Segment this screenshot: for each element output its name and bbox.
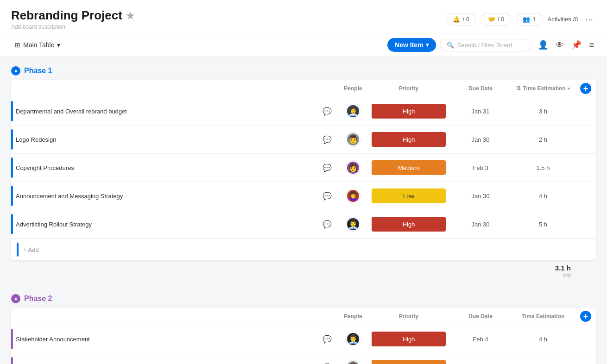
task-name-p1: Stakeholder Announcement [16, 336, 320, 343]
phase1-summary-block: 3.1 h avg [555, 264, 571, 277]
col-header-priority-p1: Priority [367, 83, 450, 94]
due-date-r3: Feb 3 [450, 164, 511, 171]
activities-label: Activities /0 [548, 16, 578, 23]
priority-badge-p2: Medium [372, 360, 446, 364]
avatar-cell-r5[interactable]: 👨‍💼 [339, 217, 367, 231]
add-row-p1[interactable]: + Add [11, 238, 596, 260]
add-row-label-p1: + Add [23, 246, 39, 253]
chevron-icon-p1: ▾ [568, 86, 570, 91]
comment-icon-r2[interactable]: 💬 [322, 135, 332, 144]
eye-icon[interactable]: 👁 [554, 38, 566, 52]
invite-count: / 0 [498, 16, 504, 23]
star-icon[interactable]: ★ [126, 10, 134, 21]
phase1-table: People Priority Due Date ⇅ Time Estimati… [11, 80, 596, 260]
task-cell-p1: Stakeholder Announcement 💬 [11, 325, 339, 353]
due-date-r5: Jan 30 [450, 221, 511, 228]
task-name-r3: Copyright Procedures [16, 164, 320, 171]
comment-icon-r5[interactable]: 💬 [322, 220, 332, 229]
table-row: Advertisting Rollout Strategy 💬 👨‍💼 High… [11, 210, 596, 238]
comment-icon-r3[interactable]: 💬 [322, 163, 332, 172]
avatar-cell-r3[interactable]: 👩 [339, 161, 367, 175]
updates-button[interactable]: 🔔 / 0 [446, 13, 476, 25]
invite-button[interactable]: 🤝 / 0 [481, 13, 511, 25]
phase2-section: ● Phase 2 People Priority Due Date Time … [11, 294, 596, 364]
col-header-priority-p2: Priority [367, 311, 450, 322]
task-cell-r1: Departmental and Overall rebrand budget … [11, 97, 339, 125]
filter-icon[interactable]: ≡ [587, 38, 596, 52]
phase1-summary-label: avg [563, 272, 571, 277]
table-row: Internal Legal Documents 💬 👨 Medium Feb … [11, 353, 596, 364]
row-color-bar-r5 [11, 214, 13, 234]
table-row: Logo Redesign 💬 👨 High Jan 30 2 h [11, 126, 596, 154]
board-description[interactable]: Add board description [11, 24, 134, 30]
time-r5: 5 h [511, 221, 575, 228]
phase1-collapse-icon[interactable]: ● [11, 66, 20, 75]
activities-button[interactable]: Activities /0 [548, 16, 578, 23]
avatar-cell-r2[interactable]: 👨 [339, 132, 367, 146]
priority-cell-r3[interactable]: Medium [367, 160, 450, 175]
pin-icon[interactable]: 📌 [569, 38, 583, 52]
phase1-summary-val: 3.1 h [555, 264, 571, 272]
row-color-bar-r2 [11, 129, 13, 150]
main-content: ● Phase 1 People Priority Due Date ⇅ Tim [0, 57, 607, 364]
phase1-col-headers: People Priority Due Date ⇅ Time Estimati… [11, 80, 596, 97]
search-icon: 🔍 [447, 42, 454, 49]
time-p1: 4 h [511, 336, 575, 343]
table-row: Departmental and Overall rebrand budget … [11, 97, 596, 126]
search-box[interactable]: 🔍 Search / Filter Board [440, 39, 532, 51]
task-cell-r2: Logo Redesign 💬 [11, 126, 339, 153]
due-date-r4: Jan 30 [450, 193, 511, 200]
priority-cell-p1[interactable]: High [367, 332, 450, 346]
invite-icon: 🤝 [488, 16, 495, 23]
col-header-addcol-p2[interactable]: + [575, 311, 596, 322]
updates-count: / 0 [462, 16, 469, 23]
phase1-section: ● Phase 1 People Priority Due Date ⇅ Tim [11, 66, 596, 279]
col-header-people-p2: People [339, 311, 367, 322]
avatar-cell-r4[interactable]: 👩‍🦱 [339, 189, 367, 203]
add-column-button-p2[interactable]: + [580, 311, 591, 322]
app-header: Rebranding Project ★ Add board descripti… [0, 0, 607, 33]
toolbar-right: New Item ▾ 🔍 Search / Filter Board 👤 👁 📌… [387, 38, 596, 52]
col-header-duedate-p1: Due Date [450, 83, 511, 94]
priority-cell-r1[interactable]: High [367, 104, 450, 119]
avatar-cell-p2[interactable]: 👨 [339, 360, 367, 364]
time-r1: 3 h [511, 108, 575, 115]
phase1-summary: 3.1 h avg [11, 260, 596, 279]
people-button[interactable]: 👥 1 [516, 13, 543, 25]
phase1-title[interactable]: Phase 1 [24, 67, 52, 75]
avatar-cell-r1[interactable]: 👩‍💼 [339, 104, 367, 118]
phase2-title[interactable]: Phase 2 [24, 295, 52, 303]
table-view-button[interactable]: ⊞ Main Table ▾ [11, 39, 64, 50]
avatar-cell-p1[interactable]: 👨‍💼 [339, 332, 367, 346]
priority-cell-r2[interactable]: High [367, 132, 450, 147]
col-header-addcol-p1[interactable]: + [575, 83, 596, 94]
due-date-r2: Jan 30 [450, 136, 511, 143]
phase1-header: ● Phase 1 [11, 66, 596, 75]
priority-cell-r4[interactable]: Low [367, 188, 450, 203]
table-icon: ⊞ [15, 41, 20, 49]
add-column-button-p1[interactable]: + [580, 83, 591, 94]
priority-badge-r4: Low [372, 188, 446, 203]
row-color-bar-p2 [11, 357, 13, 364]
toolbar-left: ⊞ Main Table ▾ [11, 39, 64, 50]
task-cell-r4: Announcement and Messaging Strategy 💬 [11, 182, 339, 210]
comment-icon-r1[interactable]: 💬 [322, 107, 332, 116]
table-row: Announcement and Messaging Strategy 💬 👩‍… [11, 182, 596, 210]
phase2-table: People Priority Due Date Time Estimation… [11, 308, 596, 364]
comment-icon-r4[interactable]: 💬 [322, 192, 332, 201]
more-options-button[interactable]: ··· [582, 14, 596, 25]
task-cell-r3: Copyright Procedures 💬 [11, 154, 339, 182]
sort-icon-p1: ⇅ [516, 85, 521, 92]
priority-badge-r2: High [372, 132, 446, 147]
priority-cell-p2[interactable]: Medium [367, 360, 450, 364]
people-icon: 👥 [523, 16, 530, 23]
person-icon[interactable]: 👤 [536, 38, 550, 52]
new-item-button[interactable]: New Item ▾ [387, 38, 436, 52]
row-color-bar-p1 [11, 329, 13, 349]
row-color-bar-r4 [11, 186, 13, 206]
due-date-p1: Feb 4 [450, 336, 511, 343]
comment-icon-p1[interactable]: 💬 [322, 335, 332, 344]
priority-cell-r5[interactable]: High [367, 217, 450, 232]
phase2-collapse-icon[interactable]: ● [11, 294, 20, 303]
task-cell-p2: Internal Legal Documents 💬 [11, 353, 339, 364]
